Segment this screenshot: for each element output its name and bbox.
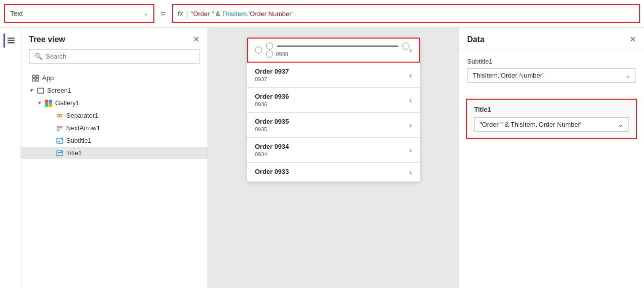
property-dropdown-label: Text (10, 10, 23, 18)
item-0934-subtitle: 0934 (255, 151, 289, 157)
gallery-item-0937[interactable]: Order 0937 0937 › (247, 63, 420, 88)
item-0933-content: Order 0933 (255, 168, 289, 176)
tree-item-subtitle1-label: Subtitle1 (66, 137, 92, 144)
svg-rect-6 (36, 79, 39, 81)
svg-rect-4 (36, 75, 39, 78)
canvas-card: 0938 › Order 0937 0937 › Order 0936 0936 (247, 38, 420, 182)
subtitle1-dropdown[interactable]: ThisItem.'Order Number' ⌄ (467, 68, 636, 83)
top-bar: Text ⌄ = fx | "Order " & ThisItem.'Order… (0, 0, 644, 28)
subtitle1-dropdown-chevron: ⌄ (625, 72, 630, 79)
title1-section: Title1 "Order " & ThisItem.'Order Number… (466, 99, 637, 139)
svg-point-12 (57, 129, 59, 131)
subtitle1-icon (56, 137, 63, 144)
formula-order-str: "Order " (191, 10, 214, 18)
tree-item-nextarrow1[interactable]: NextArrow1 (21, 122, 207, 134)
item-0935-chevron: › (409, 121, 412, 129)
svg-point-9 (59, 114, 62, 117)
tree-title: Tree view (29, 35, 65, 44)
gallery1-icon (45, 100, 52, 107)
formula-prop: 'Order Number' (249, 10, 293, 18)
tree-item-separator1[interactable]: Separator1 (21, 109, 207, 122)
tree-item-app[interactable]: App (21, 72, 207, 84)
title1-section-title: Title1 (474, 106, 629, 113)
svg-point-11 (60, 126, 62, 128)
separator1-icon (56, 112, 63, 119)
tree-item-title1-label: Title1 (66, 149, 82, 157)
item-0934-content: Order 0934 0934 (255, 143, 289, 157)
title1-dropdown-chevron: ⌄ (618, 121, 623, 128)
handle-circle-bottom-left (266, 51, 273, 58)
gallery-item-0934[interactable]: Order 0934 0934 › (247, 138, 420, 163)
property-dropdown[interactable]: Text ⌄ (4, 4, 154, 23)
main-content: Tree view ✕ 🔍 (0, 28, 644, 288)
tree-item-screen1[interactable]: ▼ Screen1 (21, 84, 207, 97)
gallery-item-0938[interactable]: 0938 › (247, 38, 420, 63)
subtitle1-dropdown-value: ThisItem.'Order Number' (473, 72, 544, 79)
right-panel: Data ✕ Subtitle1 ThisItem.'Order Number'… (459, 28, 644, 288)
right-panel-header: Data ✕ (459, 28, 644, 50)
item-0934-title: Order 0934 (255, 143, 289, 150)
title1-dropdown[interactable]: "Order " & ThisItem.'Order Number' ⌄ (474, 117, 629, 132)
formula-text: "Order " & ThisItem.'Order Number' (191, 10, 293, 18)
tree-close-button[interactable]: ✕ (193, 35, 199, 44)
tree-item-subtitle1[interactable]: Subtitle1 (21, 134, 207, 147)
item-0933-chevron: › (409, 168, 412, 176)
tree-item-separator1-label: Separator1 (66, 112, 98, 119)
tree-header: Tree view ✕ (21, 28, 207, 49)
gallery1-expand[interactable]: ▼ (37, 100, 42, 106)
svg-rect-7 (38, 88, 44, 93)
item-text-line (277, 46, 398, 47)
svg-rect-1 (8, 40, 15, 42)
item-0937-subtitle: 0937 (255, 76, 289, 82)
item-0936-title: Order 0936 (255, 93, 289, 100)
selected-item-content: 0938 (255, 43, 409, 58)
item-0937-chevron: › (409, 71, 412, 79)
gallery-item-0936[interactable]: Order 0936 0936 › (247, 88, 420, 113)
formula-thisitem: ThisItem (222, 10, 247, 18)
handle-circle-top-left (266, 43, 273, 50)
item-0936-subtitle: 0936 (255, 101, 289, 107)
formula-amp: & (216, 10, 222, 18)
svg-rect-17 (57, 151, 63, 156)
formula-separator: | (186, 10, 187, 18)
item-0933-title: Order 0933 (255, 168, 289, 175)
property-dropdown-chevron: ⌄ (143, 10, 148, 17)
item-0938-chevron: › (409, 46, 412, 54)
handle-circle-left (255, 47, 262, 54)
search-icon: 🔍 (35, 53, 43, 60)
item-0935-subtitle: 0935 (255, 126, 289, 132)
search-input[interactable] (46, 53, 194, 60)
data-section: Subtitle1 ThisItem.'Order Number' ⌄ (459, 50, 644, 99)
search-box: 🔍 (29, 49, 199, 64)
tree-item-screen1-label: Screen1 (47, 87, 71, 94)
item-0935-title: Order 0935 (255, 118, 289, 125)
formula-bar[interactable]: fx | "Order " & ThisItem.'Order Number' (172, 4, 640, 23)
equals-sign: = (158, 9, 168, 19)
item-0937-content: Order 0937 0937 (255, 68, 289, 82)
screen1-icon (37, 87, 44, 94)
right-panel-title: Data (467, 35, 485, 44)
fx-icon: fx (178, 10, 183, 18)
item-0937-title: Order 0937 (255, 68, 289, 75)
svg-rect-0 (8, 38, 15, 39)
screen1-expand[interactable]: ▼ (29, 88, 34, 93)
layers-sidebar (0, 28, 21, 288)
tree-item-title1[interactable]: Title1 (21, 147, 207, 159)
layers-icon[interactable] (4, 34, 18, 48)
svg-rect-14 (57, 138, 63, 143)
app-icon (32, 75, 39, 82)
title1-dropdown-value: "Order " & ThisItem.'Order Number' (480, 121, 581, 128)
tree-item-gallery1-label: Gallery1 (55, 99, 79, 107)
left-panel: Tree view ✕ 🔍 (0, 28, 208, 288)
subtitle1-label: Subtitle1 (467, 58, 636, 65)
svg-point-10 (57, 126, 59, 128)
right-panel-close-button[interactable]: ✕ (629, 35, 636, 44)
center-canvas: 0938 › Order 0937 0937 › Order 0936 0936 (208, 28, 459, 288)
item-0936-chevron: › (409, 96, 412, 104)
tree-item-gallery1[interactable]: ▼ Gallery1 (21, 97, 207, 109)
gallery-item-0935[interactable]: Order 0935 0935 › (247, 113, 420, 138)
item-0938-subtitle-text: 0938 (276, 51, 288, 57)
tree-item-nextarrow1-label: NextArrow1 (66, 124, 100, 132)
handle-circle-top-right (402, 43, 409, 50)
gallery-item-0933[interactable]: Order 0933 › (247, 163, 420, 182)
